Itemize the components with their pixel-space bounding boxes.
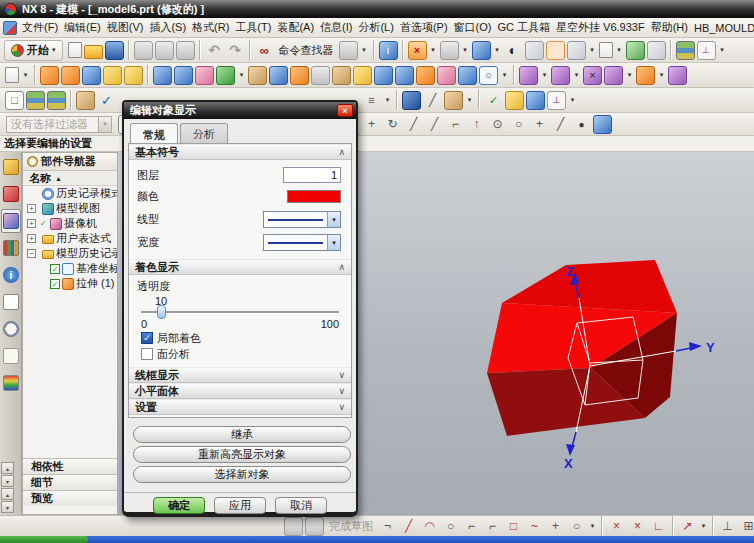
navigator-pin-icon[interactable] (27, 156, 38, 167)
expander-icon[interactable] (39, 279, 48, 288)
rectangle-icon[interactable]: □ (504, 517, 523, 536)
panel-details[interactable]: 细节 (23, 474, 117, 490)
static-wireframe-icon[interactable] (546, 41, 565, 60)
layer-category-icon[interactable] (47, 91, 66, 110)
sketch-style-icon[interactable] (305, 517, 324, 536)
new-file-icon[interactable] (68, 42, 82, 58)
block-icon[interactable] (103, 66, 122, 85)
list-edit-icon[interactable]: ≡ (362, 91, 381, 110)
separator[interactable] (670, 40, 672, 60)
snap-existing-point-icon[interactable]: + (530, 115, 549, 134)
open-icon[interactable] (84, 45, 103, 59)
dropdown-arrow-icon[interactable]: ▾ (540, 66, 549, 85)
transparency-slider-thumb[interactable] (157, 305, 166, 319)
face-analysis-checkbox[interactable] (141, 348, 153, 360)
expander-icon[interactable]: − (27, 249, 36, 258)
pan-handles-icon[interactable]: + (362, 115, 381, 134)
dropdown-arrow-icon[interactable]: ▾ (429, 41, 438, 60)
tree-item-extrude[interactable]: 拉伸 (1) (23, 276, 117, 291)
finish-sketch-label[interactable]: 完成草图 (326, 517, 376, 536)
checkmark-icon[interactable] (50, 264, 60, 274)
revolve-icon[interactable] (82, 66, 101, 85)
constraint-navigator-icon[interactable] (1, 182, 21, 206)
web-browser-icon[interactable] (1, 290, 21, 314)
copy-icon[interactable] (155, 41, 174, 60)
separator[interactable] (672, 516, 674, 536)
ellipse-icon[interactable]: ○ (567, 517, 586, 536)
linewidth-dropdown[interactable]: ▾ (263, 234, 341, 251)
select-new-button[interactable]: 选择新对象 (133, 466, 351, 483)
menu-help[interactable]: 帮助(H) (648, 18, 691, 37)
wireframe-view-icon[interactable] (525, 41, 544, 60)
menu-format[interactable]: 格式(R) (189, 18, 232, 37)
name-column-header[interactable]: 名称 ▲ (23, 171, 117, 186)
snap-end-point-icon[interactable]: ╱ (404, 115, 423, 134)
section-facet-body[interactable]: 小平面体 ∨ (129, 383, 351, 399)
sketch-icon[interactable] (5, 67, 19, 83)
separator[interactable] (70, 90, 72, 110)
datum-plane-icon[interactable] (40, 66, 59, 85)
expand-icon[interactable]: ∨ (338, 370, 345, 380)
face-blend-icon[interactable] (395, 66, 414, 85)
checkmark-icon[interactable] (38, 219, 48, 229)
section-basic-symbols[interactable]: 基本符号 ∧ (129, 144, 351, 160)
menu-gc-toolbox[interactable]: GC 工具箱 (494, 18, 553, 37)
pattern-feature-icon[interactable] (519, 66, 538, 85)
info-object-icon[interactable] (505, 91, 524, 110)
info-window-icon[interactable]: i (379, 41, 398, 60)
scroll-top-button[interactable]: ▴ (1, 488, 14, 500)
clip-section-icon[interactable] (626, 41, 645, 60)
menu-view[interactable]: 视图(V) (104, 18, 147, 37)
scroll-bottom-button[interactable]: ▾ (1, 501, 14, 513)
mirror-feature-icon[interactable] (551, 66, 570, 85)
dropdown-arrow-icon[interactable]: ▾ (699, 517, 708, 536)
dropdown-arrow-icon[interactable]: ▾ (360, 41, 369, 60)
section-wireframe-display[interactable]: 线框显示 ∨ (129, 367, 351, 383)
rib-icon[interactable] (195, 66, 214, 85)
scroll-up-button[interactable]: ▴ (1, 462, 14, 474)
spreadsheet-icon[interactable] (526, 91, 545, 110)
render-style-icon[interactable]: ◐ (504, 41, 523, 60)
y-axis[interactable] (676, 348, 691, 351)
panel-dependencies[interactable]: 相依性 (23, 458, 117, 474)
replace-face-icon[interactable] (636, 66, 655, 85)
menu-tools[interactable]: 工具(T) (232, 18, 274, 37)
dropdown-arrow-icon[interactable]: ▾ (588, 41, 597, 60)
separator[interactable] (601, 516, 603, 536)
dropdown-arrow-icon[interactable]: ▾ (493, 41, 502, 60)
point-set-icon[interactable] (216, 66, 235, 85)
edge-blend-icon[interactable] (374, 66, 393, 85)
facet-view-icon[interactable] (567, 41, 586, 60)
corner-fillet-icon[interactable]: ⌐ (483, 517, 502, 536)
separator[interactable] (396, 90, 398, 110)
dropdown-arrow-icon[interactable]: ▾ (657, 66, 666, 85)
dropdown-arrow-icon[interactable]: ▾ (237, 66, 246, 85)
selection-filter-dropdown[interactable]: 没有选择过滤器 ▾ (6, 116, 112, 133)
csys-display-icon[interactable]: ⊥ (697, 41, 716, 60)
separator[interactable] (712, 516, 714, 536)
hd3d-tools-icon[interactable]: i (1, 263, 21, 287)
paste-icon[interactable] (176, 41, 195, 60)
undo-icon[interactable]: ↶ (205, 41, 224, 60)
datum-display-icon[interactable] (402, 91, 421, 110)
profile-icon[interactable]: ¬ (378, 517, 397, 536)
split-body-icon[interactable] (332, 66, 351, 85)
reuse-library-icon[interactable] (1, 236, 21, 260)
trim-body-icon[interactable] (311, 66, 330, 85)
finish-sketch-icon[interactable] (284, 517, 303, 536)
expander-icon[interactable] (39, 264, 48, 273)
separator[interactable] (513, 65, 515, 85)
collapse-icon[interactable]: ∧ (338, 262, 345, 272)
linetype-dropdown[interactable]: ▾ (263, 211, 341, 228)
move-face-icon[interactable]: × (583, 66, 602, 85)
constraints-display-icon[interactable]: ⊞ (739, 517, 754, 536)
fit-view-icon[interactable]: × (408, 41, 427, 60)
cylinder-icon[interactable] (124, 66, 143, 85)
section-shaded-display[interactable]: 着色显示 ∧ (129, 259, 351, 275)
system-materials-icon[interactable] (1, 344, 21, 368)
tree-item-user-expressions[interactable]: + 用户表达式 (23, 231, 117, 246)
expand-icon[interactable]: ∨ (338, 402, 345, 412)
rapid-dimension-icon[interactable]: ↗ (678, 517, 697, 536)
separator[interactable] (478, 90, 480, 110)
fillet-icon[interactable]: ⌐ (462, 517, 481, 536)
